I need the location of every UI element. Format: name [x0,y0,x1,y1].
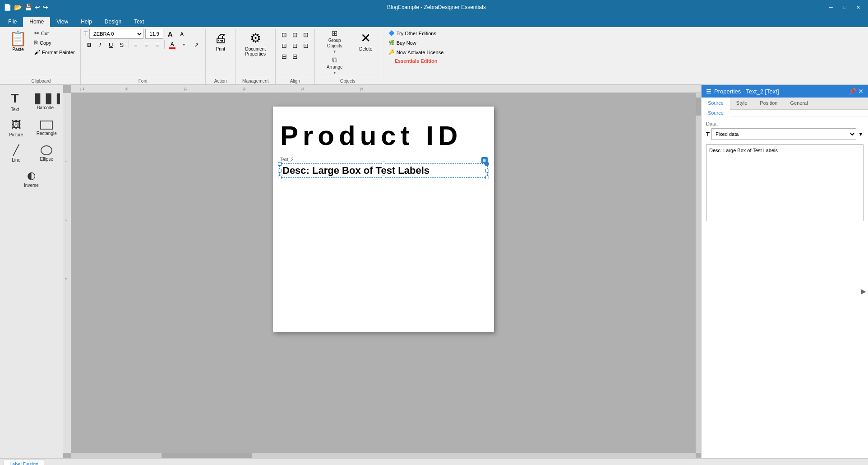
handle-br[interactable] [485,176,489,179]
strikethrough-button[interactable]: S [117,40,127,50]
underline-button[interactable]: U [106,40,116,50]
tool-ellipse[interactable]: Ellipse [32,142,61,165]
props-tab-style[interactable]: Style [730,98,753,109]
arrange-icon: ⧉ [332,56,337,64]
undo-icon[interactable]: ↩ [35,4,40,11]
align-right-button[interactable]: ≡ [152,40,162,50]
tab-label-design[interactable]: Label Design [4,460,44,465]
bold-button[interactable]: B [84,40,94,50]
vertical-scrollbar[interactable] [696,93,701,453]
font-expand-button[interactable]: ↗ [192,40,202,50]
props-close-button[interactable]: ✕ [858,88,863,95]
group-objects-button[interactable]: ⊞ Group Objects ▼ [319,29,351,55]
tab-home[interactable]: Home [23,17,50,27]
properties-tabs: Source Style Position General [702,98,868,110]
align-mid-right-button[interactable]: ⊡ [301,41,311,51]
source-sub-tabs: Source [702,110,868,116]
align-center-button[interactable]: ≡ [142,40,152,50]
handle-tm[interactable] [382,162,385,165]
minimize-button[interactable]: ─ [825,3,837,12]
format-painter-button[interactable]: 🖌 Format Painter [32,48,77,56]
new-icon[interactable]: 📄 [4,4,11,11]
ribbon-group-editions: 🔷 Try Other Editions 🌿 Buy Now 🔑 Now Act… [381,29,451,84]
picture-tool-icon: 🖼 [11,119,21,131]
ribbon-group-management: ⚙ Document Properties Management [236,29,276,84]
italic-button[interactable]: I [95,40,105,50]
v-scroll-thumb[interactable] [696,98,701,116]
tool-barcode[interactable]: ▐▌▐▌▐ Barcode [30,88,61,115]
tab-text[interactable]: Text [128,17,150,27]
open-icon[interactable]: 📂 [14,4,22,11]
handle-bl[interactable] [278,176,282,179]
close-button[interactable]: ✕ [852,3,864,12]
font-name-select[interactable]: ZEBRA 0 [89,29,143,39]
titlebar: 📄 📂 💾 ↩ ↪ BlogExample - ZebraDesigner Es… [0,0,868,14]
handle-ml[interactable] [278,169,282,172]
align-left-button[interactable]: ≡ [131,40,141,50]
handle-bm[interactable] [382,176,385,179]
text2-object-name: Text_2 [279,157,294,162]
horizontal-scrollbar[interactable] [71,453,696,458]
tool-text[interactable]: T Text [2,88,28,115]
properties-icon: ☰ [706,88,711,95]
cut-button[interactable]: ✂ Cut [32,29,77,37]
canvas-area[interactable]: |-1 |0 |1 |2 |3 |4 1 2 3 Product ID Text… [63,85,701,458]
tool-inverse[interactable]: ◐ Inverse [2,167,61,191]
properties-content: Data: T Fixed data ▼ Desc: Large Box of … [702,116,868,458]
align-top-right-button[interactable]: ⊡ [301,30,311,40]
print-button[interactable]: 🖨 Print [209,29,232,53]
redo-icon[interactable]: ↪ [43,4,48,11]
try-other-editions-button[interactable]: 🔷 Try Other Editions [385,29,448,37]
font-color-button[interactable]: A [166,40,178,50]
tab-view[interactable]: View [50,17,74,27]
align-top-left-button[interactable]: ⊡ [279,30,289,40]
tool-rectangle[interactable]: Rectangle [32,116,61,140]
data-type-dropdown-arrow[interactable]: ▼ [858,131,863,137]
text2-object[interactable]: Text_2 ≡ Desc: Large Box of Test Labels [279,163,488,178]
tab-file[interactable]: File [2,17,23,27]
font-size-input[interactable] [145,29,163,39]
distribute-h-button[interactable]: ⊟ [279,51,289,61]
arrange-label: Arrange [327,65,343,70]
font-shrink-button[interactable]: A [177,29,187,39]
delete-label: Delete [359,46,372,51]
delete-button[interactable]: ✕ Delete [355,29,377,53]
handle-mr[interactable] [485,169,489,172]
align-top-center-button[interactable]: ⊡ [290,30,300,40]
copy-button[interactable]: ⎘ Copy [32,38,77,47]
props-tab-general[interactable]: General [784,98,814,109]
properties-header: ☰ Properties - Text_2 [Text] 📌 ✕ [702,85,868,98]
save-icon[interactable]: 💾 [24,4,32,11]
arrange-button[interactable]: ⧉ Arrange ▼ [319,56,351,76]
props-tab-position[interactable]: Position [753,98,784,109]
props-tab-source[interactable]: Source [702,98,730,109]
label-text-product-id[interactable]: Product ID [280,120,462,151]
props-pin-button[interactable]: 📌 [849,88,856,95]
h-scroll-thumb[interactable] [162,453,252,458]
maximize-button[interactable]: □ [838,3,851,12]
tool-line[interactable]: ╱ Line [2,142,31,165]
handle-tl[interactable] [278,162,282,166]
group-objects-dropdown: ▼ [333,50,337,54]
label-canvas[interactable]: Product ID Text_2 ≡ Desc: Large Box of T… [273,107,494,332]
handle-tr[interactable] [485,162,489,166]
buy-now-button[interactable]: 🌿 Buy Now [385,38,448,47]
props-header-controls: 📌 ✕ [849,88,863,95]
align-mid-left-button[interactable]: ⊡ [279,41,289,51]
canvas-container[interactable]: Product ID Text_2 ≡ Desc: Large Box of T… [71,93,696,453]
font-grow-button[interactable]: A [165,29,175,39]
activate-license-button[interactable]: 🔑 Now Activate License [385,48,448,56]
data-value-textarea[interactable]: Desc: Large Box of Test Labels [706,144,863,221]
tool-picture[interactable]: 🖼 Picture [2,116,31,140]
tab-help[interactable]: Help [74,17,98,27]
label-text-desc[interactable]: Desc: Large Box of Test Labels [282,165,429,176]
paste-button[interactable]: 📋 Paste [5,29,31,53]
document-properties-button[interactable]: ⚙ Document Properties [240,29,272,58]
color-dropdown-arrow[interactable]: ▼ [179,40,189,50]
align-mid-center-button[interactable]: ⊡ [290,41,300,51]
window-controls: ─ □ ✕ [825,3,864,12]
expand-arrow[interactable]: ▶ [861,288,866,295]
data-type-select[interactable]: Fixed data [711,128,856,140]
tab-design[interactable]: Design [98,17,128,27]
distribute-v-button[interactable]: ⊟ [290,51,300,61]
